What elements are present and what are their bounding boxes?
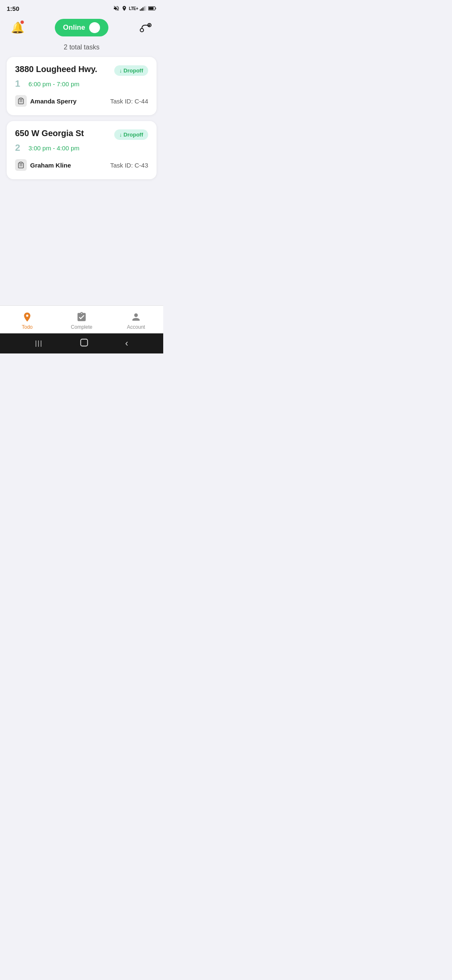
person-name: Amanda Sperry xyxy=(30,98,77,105)
svg-rect-6 xyxy=(155,8,156,9)
svg-rect-19 xyxy=(80,339,87,346)
svg-rect-4 xyxy=(145,6,146,10)
svg-rect-11 xyxy=(18,99,23,104)
todo-icon xyxy=(22,312,33,322)
task-card-header: 650 W Georgia St ↓ Dropoff xyxy=(15,129,148,140)
task-footer: Amanda Sperry Task ID: C-44 xyxy=(15,95,148,107)
nav-label-todo: Todo xyxy=(22,324,33,330)
task-person: Graham Kline xyxy=(15,159,71,171)
nav-label-complete: Complete xyxy=(71,324,92,330)
back-button[interactable]: ‹ xyxy=(125,338,128,349)
person-name: Graham Kline xyxy=(30,162,71,169)
route-svg-icon xyxy=(139,22,152,34)
toggle-circle xyxy=(89,22,100,33)
location-icon xyxy=(121,5,127,12)
svg-rect-7 xyxy=(149,7,154,10)
online-toggle[interactable]: Online xyxy=(55,19,109,36)
tasks-container: 3880 Lougheed Hwy. ↓ Dropoff 1 6:00 pm -… xyxy=(0,57,163,247)
status-time: 1:50 xyxy=(7,5,19,12)
svg-rect-15 xyxy=(18,163,23,168)
complete-icon xyxy=(76,312,87,322)
nav-item-todo[interactable]: Todo xyxy=(0,310,54,332)
online-label: Online xyxy=(63,23,85,32)
svg-rect-1 xyxy=(141,8,142,11)
clipboard-icon xyxy=(15,95,27,107)
route-button[interactable] xyxy=(136,18,155,37)
menu-button[interactable]: ||| xyxy=(35,340,43,347)
svg-rect-0 xyxy=(140,9,141,10)
clipboard-icon xyxy=(15,159,27,171)
task-number: 1 xyxy=(15,78,23,89)
battery-icon xyxy=(148,6,157,11)
svg-rect-16 xyxy=(20,162,22,163)
bell-button[interactable]: 🔔 xyxy=(8,18,27,37)
system-nav: ||| ‹ xyxy=(0,333,163,353)
task-id: Task ID: C-43 xyxy=(110,162,148,169)
task-address: 3880 Lougheed Hwy. xyxy=(15,64,110,74)
header: 🔔 Online xyxy=(0,15,163,42)
bell-badge xyxy=(20,20,24,24)
task-card-header: 3880 Lougheed Hwy. ↓ Dropoff xyxy=(15,64,148,76)
home-button[interactable] xyxy=(80,338,89,349)
task-time: 3:00 pm - 4:00 pm xyxy=(28,144,80,152)
task-card[interactable]: 3880 Lougheed Hwy. ↓ Dropoff 1 6:00 pm -… xyxy=(7,57,157,115)
svg-point-10 xyxy=(149,24,150,26)
tasks-count: 2 total tasks xyxy=(0,42,163,57)
task-row: 2 3:00 pm - 4:00 pm xyxy=(15,142,148,153)
lte-label: LTE+ xyxy=(129,6,138,11)
task-id: Task ID: C-44 xyxy=(110,98,148,105)
account-icon xyxy=(131,312,141,322)
dropoff-badge: ↓ Dropoff xyxy=(114,129,148,140)
task-card[interactable]: 650 W Georgia St ↓ Dropoff 2 3:00 pm - 4… xyxy=(7,121,157,179)
nav-label-account: Account xyxy=(127,324,145,330)
task-time: 6:00 pm - 7:00 pm xyxy=(28,80,80,88)
nav-item-complete[interactable]: Complete xyxy=(54,310,109,332)
svg-rect-12 xyxy=(20,98,22,99)
nav-item-account[interactable]: Account xyxy=(109,310,163,332)
task-number: 2 xyxy=(15,142,23,153)
svg-rect-3 xyxy=(144,6,145,10)
status-bar: 1:50 LTE+ xyxy=(0,0,163,15)
status-icons: LTE+ xyxy=(113,5,157,12)
dropoff-badge: ↓ Dropoff xyxy=(114,65,148,76)
task-row: 1 6:00 pm - 7:00 pm xyxy=(15,78,148,89)
task-address: 650 W Georgia St xyxy=(15,129,110,138)
task-person: Amanda Sperry xyxy=(15,95,77,107)
task-footer: Graham Kline Task ID: C-43 xyxy=(15,159,148,171)
svg-rect-2 xyxy=(142,8,143,11)
mute-icon xyxy=(113,5,120,12)
signal-icon xyxy=(140,6,146,11)
bottom-nav: Todo Complete Account xyxy=(0,305,163,333)
svg-point-8 xyxy=(140,28,144,32)
